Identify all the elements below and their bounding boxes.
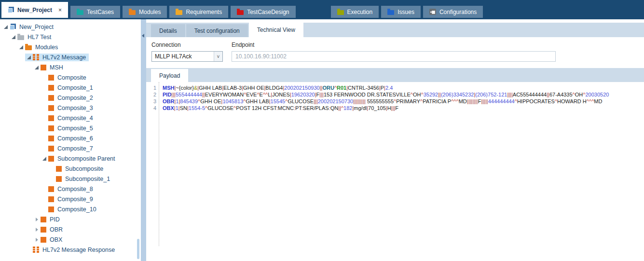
expander-closed-icon[interactable] <box>33 237 41 242</box>
tree-item-hl7-test[interactable]: HL7 Test <box>0 32 141 42</box>
module-square-icon <box>48 156 54 162</box>
tree-item-content[interactable]: PID <box>33 216 63 223</box>
panel-splitter[interactable] <box>141 19 146 261</box>
expander-spacer <box>41 136 48 141</box>
expander-closed-icon[interactable] <box>33 217 41 222</box>
tree-item-composite-6[interactable]: Composite_6 <box>0 133 141 143</box>
tree-item-content[interactable]: Composite_4 <box>41 114 96 122</box>
endpoint-input[interactable] <box>232 51 556 62</box>
tree-item-label: OBR <box>50 226 63 233</box>
top-tab-requirements[interactable]: Requirements <box>169 6 228 18</box>
top-tab-testcasedesign[interactable]: TestCaseDesign <box>231 6 295 18</box>
tree-item-label: Composite_4 <box>57 115 93 122</box>
line-number-gutter: 1234 <box>146 82 159 246</box>
chevron-down-icon[interactable]: ˅ <box>214 52 222 61</box>
module-square-icon <box>56 166 62 172</box>
tree-item-content[interactable]: Composite_9 <box>41 195 96 203</box>
tree-item-content[interactable]: OBX <box>33 236 65 244</box>
top-tab-execution[interactable]: Execution <box>331 6 379 18</box>
collapse-panel-icon[interactable] <box>142 34 144 38</box>
project-tree: New_ProjectHL7 TestModulesHL7v2 MessageM… <box>0 19 141 261</box>
expander-spacer <box>41 146 48 151</box>
tab-technical-view[interactable]: Technical View <box>249 23 303 37</box>
tree-item-content[interactable]: Composite_2 <box>41 94 96 102</box>
tree-item-content[interactable]: HL7 Test <box>10 33 54 41</box>
top-tab-configurations[interactable]: Configurations <box>423 6 483 18</box>
tree-item-hl7v2-message-response[interactable]: HL7v2 Message Response <box>0 245 141 255</box>
tree-item-composite[interactable]: Composite <box>0 72 141 82</box>
tab-details[interactable]: Details <box>151 24 185 37</box>
tree-item-content[interactable]: Composite_1 <box>41 84 96 92</box>
tree-item-subcomposite-1[interactable]: Subcomposite_1 <box>0 174 141 184</box>
top-tab-modules[interactable]: Modules <box>123 6 167 18</box>
tree-item-content[interactable]: New_Project <box>2 23 56 31</box>
tree-item-subcomposite-parent[interactable]: Subcomposite Parent <box>0 153 141 164</box>
expander-open-icon[interactable] <box>33 65 41 70</box>
folder-icon <box>129 10 136 15</box>
tree-item-composite-3[interactable]: Composite_3 <box>0 103 141 113</box>
tree-item-new-project[interactable]: New_Project <box>0 22 141 32</box>
tree-item-composite-2[interactable]: Composite_2 <box>0 93 141 103</box>
module-square-icon <box>48 75 54 81</box>
tree-item-composite-8[interactable]: Composite_8 <box>0 184 141 194</box>
tree-item-content[interactable]: Composite_6 <box>41 135 96 142</box>
expander-open-icon[interactable] <box>10 35 17 40</box>
top-tab-new-project[interactable]: New_Project× <box>1 2 68 18</box>
tree-item-content[interactable]: HL7v2 Message Response <box>25 246 118 254</box>
top-tab-issues[interactable]: Issues <box>381 6 421 18</box>
expander-open-icon[interactable] <box>18 45 25 50</box>
payload-editor[interactable]: 1234 MSH|~{color}&|GHH LAB|ELAB-3|GHH OE… <box>146 82 644 246</box>
expander-open-icon[interactable] <box>2 25 10 29</box>
tree-scrollbar[interactable] <box>137 239 139 259</box>
tree-item-content[interactable]: Composite_10 <box>41 206 99 213</box>
folder-icon <box>77 10 83 15</box>
tree-item-composite-1[interactable]: Composite_1 <box>0 82 141 93</box>
tree-item-content[interactable]: OBR <box>33 226 66 234</box>
module-square-icon <box>41 227 46 233</box>
tree-item-obx[interactable]: OBX <box>0 234 141 245</box>
tree-item-composite-9[interactable]: Composite_9 <box>0 194 141 204</box>
tree-item-content[interactable]: Modules <box>17 43 61 51</box>
expander-closed-icon[interactable] <box>33 227 41 232</box>
endpoint-label: Endpoint <box>232 41 556 48</box>
tab-test-configuration[interactable]: Test configuration <box>186 24 248 37</box>
tree-item-content[interactable]: Subcomposite_1 <box>48 175 113 183</box>
tree-item-label: Composite_2 <box>57 95 93 101</box>
tree-item-subcomposite[interactable]: Subcomposite <box>0 164 141 174</box>
connection-select[interactable]: MLLP HL7Ack ˅ <box>151 51 223 62</box>
tab-label: Configurations <box>439 9 477 15</box>
expander-spacer <box>41 85 48 90</box>
module-square-icon <box>48 95 54 101</box>
top-tab-bar: New_Project×TestCasesModulesRequirements… <box>0 0 644 19</box>
folder-icon <box>176 10 182 15</box>
tree-item-msh[interactable]: MSH <box>0 62 141 72</box>
tree-item-content[interactable]: Composite_7 <box>41 145 96 152</box>
line-number: 1 <box>146 84 159 91</box>
tree-item-obr[interactable]: OBR <box>0 224 141 234</box>
tree-item-label: Composite_1 <box>57 84 93 91</box>
tree-item-content[interactable]: MSH <box>33 64 66 71</box>
expander-open-icon[interactable] <box>26 55 33 60</box>
tree-item-content[interactable]: Composite_8 <box>41 185 96 193</box>
tree-item-hl7v2-message[interactable]: HL7v2 Message <box>0 52 141 62</box>
tree-item-content[interactable]: Composite_3 <box>41 104 96 112</box>
tree-item-composite-10[interactable]: Composite_10 <box>0 204 141 214</box>
tree-item-composite-7[interactable]: Composite_7 <box>0 143 141 153</box>
tree-item-content[interactable]: Composite_5 <box>41 124 96 132</box>
expander-open-icon[interactable] <box>41 156 48 161</box>
tree-item-composite-4[interactable]: Composite_4 <box>0 113 141 123</box>
tree-item-modules[interactable]: Modules <box>0 42 141 52</box>
tree-item-content[interactable]: Subcomposite <box>48 165 106 173</box>
close-icon[interactable]: × <box>58 7 62 14</box>
tree-item-content[interactable]: Subcomposite Parent <box>41 155 118 163</box>
payload-code[interactable]: MSH|~{color}&|GHH LAB|ELAB-3|GHH OE|BLDG… <box>159 82 644 246</box>
tree-item-composite-5[interactable]: Composite_5 <box>0 123 141 133</box>
tab-payload[interactable]: Payload <box>151 69 188 82</box>
tree-item-content[interactable]: Composite <box>41 74 89 82</box>
tab-label: Issues <box>397 9 414 15</box>
top-tab-testcases[interactable]: TestCases <box>70 6 120 18</box>
tree-item-content[interactable]: HL7v2 Message <box>25 54 89 61</box>
tree-item-label: OBX <box>50 236 62 243</box>
tree-item-label: Composite_10 <box>57 206 96 213</box>
tree-item-pid[interactable]: PID <box>0 214 141 224</box>
